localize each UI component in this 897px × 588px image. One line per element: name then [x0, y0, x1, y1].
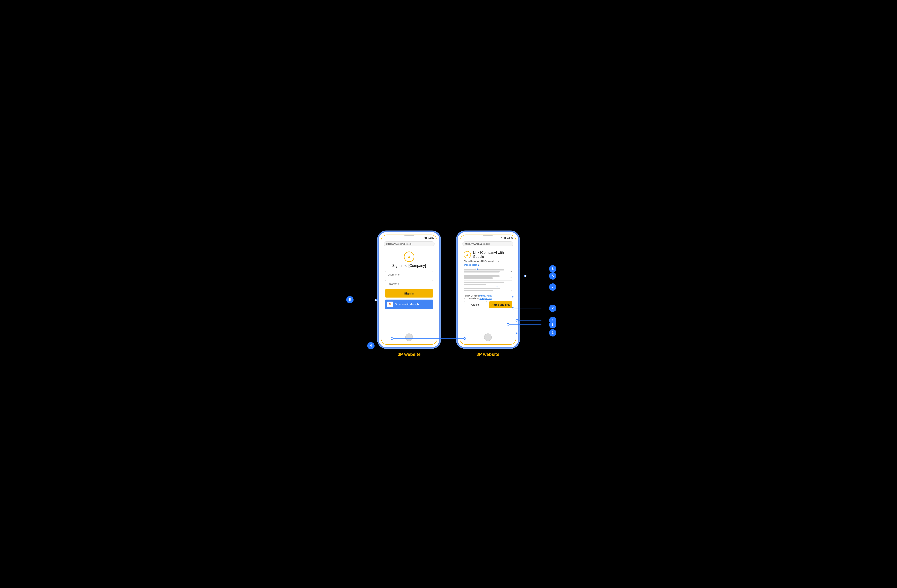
left-company-logo: ▲ — [385, 252, 433, 262]
google-sign-in-button[interactable]: G Sign in with Google — [385, 299, 433, 309]
unlink-link[interactable]: example.com — [480, 297, 491, 299]
link-header: ▲ Link [Company] with Google — [464, 251, 512, 259]
right-phone-content: ▲ Link [Company] with Google Signed in a… — [460, 247, 516, 310]
permission-lines-1 — [464, 269, 508, 273]
pline — [464, 290, 493, 291]
left-home-button[interactable] — [405, 333, 413, 341]
annotation-A-label: A — [551, 274, 554, 278]
permission-lines-2 — [464, 275, 508, 279]
pline — [464, 284, 486, 285]
pline — [464, 271, 500, 272]
privacy-policy-link[interactable]: Privacy Policy — [479, 295, 492, 297]
right-logo-symbol: ▲ — [466, 253, 469, 257]
right-time: 12:30 — [507, 237, 513, 239]
permission-lines-4 — [464, 288, 508, 292]
signed-in-text: Signed in as user123@example.com — [464, 260, 512, 263]
permissions-list: ⌄ ⌄ — [464, 268, 512, 293]
left-phone-wrapper: ▲▴▮▮ 12:30 https://www.example.com ▲ — [378, 231, 441, 357]
annotation-6-label: 6 — [552, 323, 554, 327]
right-phone-wrapper: ▲▴▮▮ 12:30 https://www.example.com ▲ — [456, 231, 519, 357]
right-notch — [483, 235, 493, 236]
annotation-5-label: 5 — [349, 298, 351, 302]
annotation-2: 2 — [549, 305, 556, 312]
chevron-icon-2: ⌄ — [510, 276, 512, 279]
agree-button[interactable]: Agree and link — [489, 301, 512, 308]
sign-in-button[interactable]: Sign In — [385, 289, 433, 298]
annotation-3-label: 3 — [552, 331, 554, 334]
annotation-5: 5 — [346, 296, 354, 303]
change-account-link[interactable]: change account — [464, 264, 479, 266]
annotation-8-label: 8 — [552, 267, 554, 271]
permission-item-1[interactable]: ⌄ — [464, 268, 512, 274]
policy-prefix: Review Google's — [464, 295, 479, 297]
pline — [464, 288, 500, 289]
right-phone-label: 3P website — [476, 352, 499, 357]
pline — [464, 277, 493, 279]
left-notch — [404, 235, 414, 236]
right-signal-icons: ▲▴▮▮ — [501, 237, 506, 239]
annotation-4: 4 — [367, 342, 375, 350]
left-phone-inner: ▲▴▮▮ 12:30 https://www.example.com ▲ — [381, 235, 438, 345]
google-g-icon: G — [389, 302, 391, 306]
annotation-4-label: 4 — [370, 344, 372, 348]
annotation-8: 8 — [549, 265, 556, 272]
pline — [464, 269, 504, 270]
google-button-label: Sign in with Google — [395, 303, 419, 306]
permission-item-3[interactable]: ⌄ — [464, 281, 512, 287]
pline — [464, 282, 504, 283]
diagram-container: ▲▴▮▮ 12:30 https://www.example.com ▲ — [337, 221, 560, 367]
cancel-button[interactable]: Cancel — [464, 301, 487, 308]
right-phone-inner: ▲▴▮▮ 12:30 https://www.example.com ▲ — [459, 235, 516, 345]
left-sign-in-title: Sign in to [Company] — [385, 264, 433, 268]
left-phone: ▲▴▮▮ 12:30 https://www.example.com ▲ — [378, 231, 441, 348]
left-logo-symbol: ▲ — [407, 254, 411, 260]
link-title: Link [Company] with Google — [473, 251, 512, 259]
svg-point-1 — [375, 299, 377, 301]
policy-text: Review Google's Privacy Policy — [464, 295, 512, 297]
left-url-bar: https://www.example.com — [384, 241, 435, 246]
left-time: 12:30 — [429, 237, 434, 239]
svg-point-8 — [524, 275, 526, 277]
google-icon-box: G — [387, 302, 393, 307]
password-input[interactable] — [385, 280, 433, 287]
unlink-text: You can unlink at example.com — [464, 297, 512, 299]
unlink-prefix: You can unlink at — [464, 297, 479, 299]
left-logo-circle: ▲ — [404, 252, 414, 262]
chevron-icon-3: ⌄ — [510, 282, 512, 285]
permission-item-2[interactable]: ⌄ — [464, 274, 512, 281]
annotation-A: A — [549, 272, 556, 279]
annotation-7-label: 7 — [552, 285, 554, 289]
username-input[interactable] — [385, 271, 433, 278]
left-url-text: https://www.example.com — [386, 243, 412, 245]
chevron-icon-4: ⌄ — [510, 289, 512, 291]
phones-row: ▲▴▮▮ 12:30 https://www.example.com ▲ — [378, 231, 519, 357]
annotation-7: 7 — [549, 283, 556, 291]
permission-item-4[interactable]: ⌄ — [464, 287, 512, 293]
annotation-2-label: 2 — [552, 306, 554, 310]
right-logo-circle: ▲ — [464, 251, 471, 258]
annotation-3: 3 — [549, 329, 556, 336]
left-phone-content: ▲ Sign in to [Company] Sign In G Sign in… — [381, 247, 437, 311]
action-buttons: Cancel Agree and link — [464, 301, 512, 308]
right-home-button[interactable] — [484, 333, 492, 341]
pline — [464, 275, 500, 277]
right-phone: ▲▴▮▮ 12:30 https://www.example.com ▲ — [456, 231, 519, 348]
right-url-text: https://www.example.com — [465, 243, 490, 245]
left-phone-label: 3P website — [398, 352, 420, 357]
chevron-icon-1: ⌄ — [510, 270, 512, 272]
signal-icons: ▲▴▮▮ — [422, 237, 427, 239]
annotation-6: 6 — [549, 321, 556, 328]
permission-lines-3 — [464, 282, 508, 286]
right-url-bar: https://www.example.com — [462, 241, 513, 246]
